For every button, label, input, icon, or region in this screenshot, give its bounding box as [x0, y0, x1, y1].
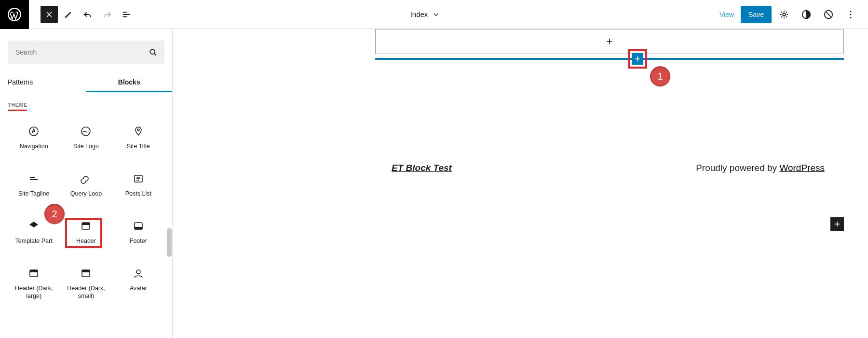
empty-block-placeholder[interactable] — [375, 29, 844, 54]
wordpress-icon — [8, 8, 21, 21]
compass-icon — [28, 126, 40, 137]
pencil-icon — [63, 9, 74, 20]
sitelogo-icon — [80, 126, 92, 137]
annotation-underline — [8, 110, 27, 111]
undo-icon — [82, 9, 93, 20]
block-item-header-dark-large-[interactable]: Header (Dark, large) — [8, 263, 60, 306]
avatar-icon — [133, 268, 144, 279]
block-label: Footer — [130, 238, 147, 245]
block-label: Posts List — [125, 190, 151, 198]
settings-button[interactable] — [774, 5, 794, 24]
plus-icon — [833, 220, 841, 228]
tab-blocks[interactable]: Blocks — [86, 71, 173, 92]
list-view-icon — [121, 9, 132, 20]
blocks-panel[interactable]: THEME NavigationSite LogoSite TitleSite … — [0, 92, 172, 338]
block-item-site-logo[interactable]: Site Logo — [60, 121, 112, 164]
toggle-inserter-button[interactable] — [41, 6, 58, 23]
list-view-button[interactable] — [118, 6, 135, 23]
plus-icon — [633, 55, 642, 63]
block-item-posts-list[interactable]: Posts List — [112, 168, 164, 211]
annotation-badge-2: 2 — [44, 204, 65, 224]
block-item-footer[interactable]: Footer — [112, 215, 164, 259]
block-label: Site Title — [127, 143, 150, 151]
block-label: Template Part — [15, 238, 53, 245]
category-theme: THEME — [8, 102, 27, 108]
annotation-badge-1: 1 — [650, 66, 670, 86]
templatepart-icon — [28, 220, 40, 232]
plus-icon — [605, 37, 614, 46]
close-icon — [44, 10, 54, 19]
styles-icon — [801, 9, 812, 20]
editor-canvas: 1 ET Block Test Proudly powered by WordP… — [173, 29, 868, 338]
block-label: Avatar — [130, 285, 147, 293]
styles-button[interactable] — [797, 5, 816, 24]
block-label: Query Loop — [70, 190, 102, 198]
header-icon — [28, 268, 40, 279]
search-input[interactable] — [14, 48, 129, 56]
undo-button[interactable] — [79, 6, 96, 23]
kebab-icon — [845, 9, 856, 20]
redo-icon — [102, 9, 112, 20]
block-inserter-panel: Patterns Blocks THEME NavigationSite Log… — [0, 29, 173, 338]
block-label: Site Tagline — [18, 190, 49, 198]
loop-icon — [80, 173, 92, 184]
wordpress-link[interactable]: WordPress — [779, 163, 825, 173]
block-item-navigation[interactable]: Navigation — [8, 121, 60, 164]
tagline-icon — [28, 173, 40, 184]
header-icon — [80, 268, 92, 279]
save-button[interactable]: Save — [741, 6, 772, 23]
search-icon — [148, 47, 158, 57]
block-item-query-loop[interactable]: Query Loop — [60, 168, 112, 211]
block-insertion-line — [375, 58, 844, 60]
postslist-icon — [133, 173, 144, 184]
header-icon — [80, 220, 92, 232]
editor-topbar: Index View Save — [0, 0, 868, 29]
inline-inserter-button[interactable] — [632, 53, 643, 65]
footer-icon — [133, 220, 144, 232]
block-label: Header — [76, 238, 96, 245]
view-link[interactable]: View — [716, 11, 738, 18]
block-label: Site Logo — [73, 143, 99, 151]
block-label: Navigation — [20, 143, 48, 151]
block-label: Header (Dark, small) — [62, 285, 110, 300]
page-footer-row: ET Block Test Proudly powered by WordPre… — [392, 163, 825, 173]
block-search[interactable] — [8, 41, 164, 64]
orbit-icon — [823, 9, 834, 20]
block-item-site-title[interactable]: Site Title — [112, 121, 164, 164]
wp-home-button[interactable] — [0, 0, 29, 29]
block-item-header-dark-small-[interactable]: Header (Dark, small) — [60, 263, 112, 306]
chevron-down-icon — [432, 10, 440, 19]
document-title: Index — [410, 10, 428, 18]
floating-add-block-button[interactable] — [830, 217, 844, 231]
document-title-dropdown[interactable]: Index — [135, 10, 716, 19]
block-item-avatar[interactable]: Avatar — [112, 263, 164, 306]
gear-icon — [779, 9, 789, 20]
tools-button[interactable] — [60, 6, 77, 23]
scrollbar-thumb[interactable] — [167, 228, 172, 257]
tour-button[interactable] — [819, 5, 838, 24]
powered-by: Proudly powered by WordPress — [696, 163, 825, 173]
site-title-link[interactable]: ET Block Test — [392, 163, 452, 173]
options-button[interactable] — [841, 5, 860, 24]
block-label: Header (Dark, large) — [10, 285, 58, 300]
redo-button[interactable] — [98, 6, 116, 23]
tab-patterns[interactable]: Patterns — [0, 71, 86, 92]
block-item-header[interactable]: Header — [60, 215, 112, 259]
pin-icon — [133, 126, 144, 137]
